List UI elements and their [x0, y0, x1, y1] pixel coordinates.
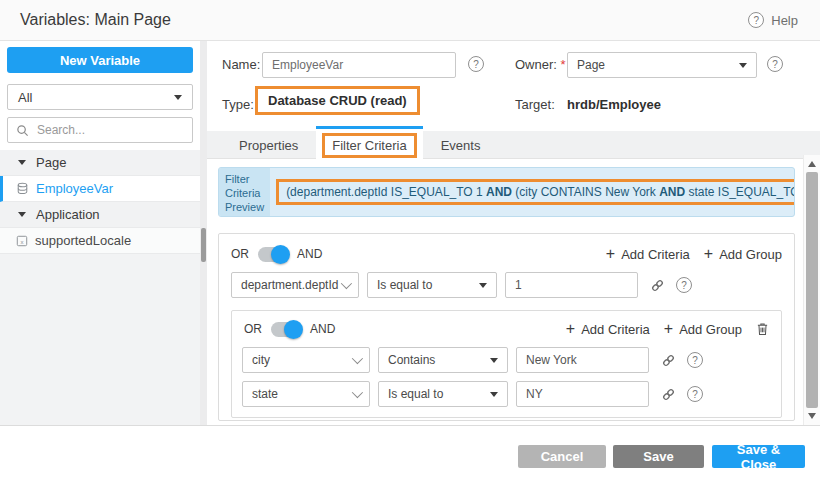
nested-group-header: OR AND +Add Criteria +Add Group: [244, 317, 769, 341]
tree-item-employeevar[interactable]: EmployeeVar: [0, 176, 200, 202]
toggle-knob: [284, 320, 303, 339]
chevron-down-icon: [490, 358, 498, 363]
dialog-footer: Cancel Save Save & Close: [0, 425, 820, 484]
criteria-help-icon[interactable]: ?: [676, 277, 692, 293]
owner-help-icon[interactable]: ?: [767, 56, 783, 72]
field-select[interactable]: department.deptId: [231, 272, 359, 298]
outer-and-or-toggle[interactable]: [258, 247, 288, 262]
bind-link-icon[interactable]: [661, 387, 676, 402]
plus-icon: +: [704, 246, 713, 262]
variables-dialog: Variables: Main Page ? Help New Variable…: [0, 0, 820, 484]
add-group-button[interactable]: +Add Group: [704, 246, 782, 262]
field-select[interactable]: city: [242, 347, 370, 373]
variables-sidebar: New Variable All Page EmployeeVar: [0, 41, 200, 425]
cancel-button[interactable]: Cancel: [518, 445, 606, 468]
value-input[interactable]: [516, 347, 649, 373]
chevron-down-icon: [174, 95, 182, 100]
outer-group-actions: +Add Criteria +Add Group: [606, 246, 782, 262]
scroll-up-arrow-icon[interactable]: [808, 161, 816, 167]
target-label: Target:: [515, 97, 555, 112]
variable-search[interactable]: [7, 117, 193, 143]
row-icons: ?: [661, 386, 703, 402]
scroll-down-arrow-icon[interactable]: [808, 413, 816, 419]
tree-group-page[interactable]: Page: [0, 150, 200, 176]
chevron-down-icon: [341, 278, 352, 289]
dialog-header: Variables: Main Page ? Help: [0, 0, 820, 41]
sidebar-scrollbar-thumb[interactable]: [201, 228, 206, 262]
add-group-button[interactable]: +Add Group: [664, 321, 742, 337]
database-variable-icon: [16, 182, 29, 195]
variable-filter-select[interactable]: All: [7, 84, 193, 110]
delete-group-trash-icon[interactable]: [756, 322, 769, 336]
field-select[interactable]: state: [242, 381, 370, 407]
content-scrollbar[interactable]: [803, 155, 820, 425]
locale-variable-icon: x: [16, 235, 28, 247]
toggle-knob: [271, 245, 290, 264]
owner-select[interactable]: Page: [567, 52, 757, 78]
bind-link-icon[interactable]: [650, 278, 665, 293]
tab-events[interactable]: Events: [423, 131, 499, 159]
criteria-row: state Is equal to ?: [242, 381, 771, 407]
search-icon: [16, 124, 29, 137]
filter-criteria-content: Filter Criteria Preview (department.dept…: [207, 160, 804, 425]
search-input[interactable]: [35, 122, 179, 138]
tree-item-label: supportedLocale: [35, 233, 131, 248]
tree-item-supportedlocale[interactable]: x supportedLocale: [0, 228, 200, 254]
required-marker: *: [561, 57, 566, 72]
value-input[interactable]: [516, 381, 649, 407]
chevron-down-icon: [352, 387, 363, 398]
plus-icon: +: [566, 321, 575, 337]
content-scrollbar-thumb[interactable]: [806, 172, 818, 408]
criteria-help-icon[interactable]: ?: [687, 386, 703, 402]
tab-filter-criteria[interactable]: Filter Criteria: [316, 126, 422, 162]
name-input[interactable]: [262, 52, 456, 78]
or-label: OR: [231, 247, 249, 261]
nested-and-or-toggle[interactable]: [271, 322, 301, 337]
criteria-row: department.deptId Is equal to ?: [231, 272, 782, 298]
caret-down-icon: [18, 160, 26, 165]
add-criteria-button[interactable]: +Add Criteria: [566, 321, 650, 337]
chevron-down-icon: [490, 392, 498, 397]
tree-group-application[interactable]: Application: [0, 202, 200, 228]
target-value: hrdb/Employee: [567, 97, 661, 112]
filter-criteria-preview: Filter Criteria Preview (department.dept…: [218, 167, 795, 217]
and-label: AND: [297, 247, 322, 261]
plus-icon: +: [606, 246, 615, 262]
caret-down-icon: [18, 212, 26, 217]
svg-text:x: x: [21, 239, 24, 245]
tab-properties[interactable]: Properties: [221, 131, 316, 159]
nested-group-actions: +Add Criteria +Add Group: [566, 321, 769, 337]
plus-icon: +: [664, 321, 673, 337]
sidebar-filler: [0, 254, 200, 425]
help-button[interactable]: ? Help: [748, 0, 798, 40]
bind-link-icon[interactable]: [661, 353, 676, 368]
tree-group-label: Page: [36, 155, 66, 170]
help-icon: ?: [748, 12, 764, 28]
operator-select[interactable]: Contains: [378, 347, 508, 373]
tree-group-label: Application: [36, 207, 100, 222]
variable-editor-panel: Name: * ? Owner: * Page ? Type: Database…: [207, 41, 820, 425]
type-label: Type:: [222, 97, 254, 112]
operator-select[interactable]: Is equal to: [367, 272, 497, 298]
criteria-row: city Contains ?: [242, 347, 771, 373]
operator-select[interactable]: Is equal to: [378, 381, 508, 407]
outer-group-header: OR AND +Add Criteria +Add Group: [231, 242, 782, 266]
row-icons: ?: [650, 277, 692, 293]
tree-item-label: EmployeeVar: [36, 181, 113, 196]
value-input[interactable]: [505, 272, 638, 298]
outer-or-and-toggle-wrap: OR AND: [231, 247, 322, 262]
criteria-help-icon[interactable]: ?: [687, 352, 703, 368]
new-variable-button[interactable]: New Variable: [7, 47, 193, 73]
or-label: OR: [244, 322, 262, 336]
save-and-close-button[interactable]: Save & Close: [712, 445, 805, 468]
type-value-highlighted: Database CRUD (read): [255, 86, 420, 115]
criteria-group-outer: OR AND +Add Criteria +Add Group departme…: [218, 233, 795, 421]
sidebar-scrollbar[interactable]: [200, 41, 207, 425]
criteria-group-nested: OR AND +Add Criteria +Add Group: [231, 310, 782, 418]
name-help-icon[interactable]: ?: [468, 56, 484, 72]
save-button[interactable]: Save: [613, 445, 704, 468]
editor-tabs: Properties Filter Criteria Events: [207, 131, 820, 159]
owner-label: Owner: *: [515, 57, 566, 72]
tab-filter-criteria-label: Filter Criteria: [322, 133, 416, 158]
add-criteria-button[interactable]: +Add Criteria: [606, 246, 690, 262]
